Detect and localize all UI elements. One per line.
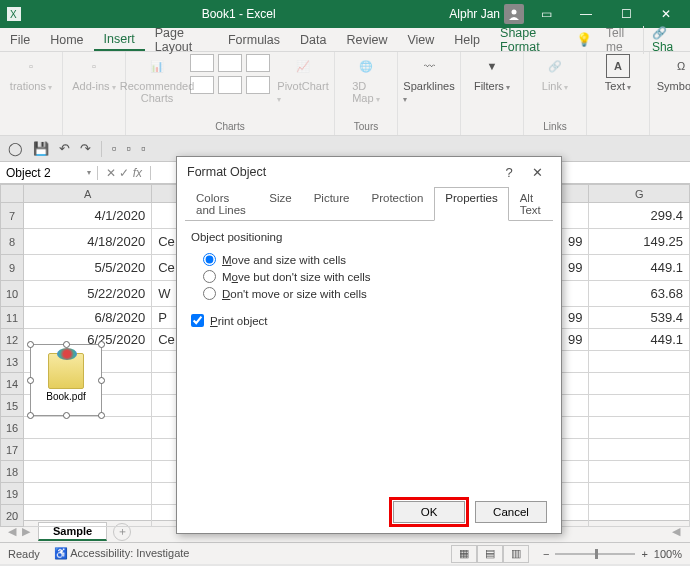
cell[interactable]: 99 — [562, 255, 589, 281]
cell[interactable] — [562, 373, 589, 395]
dialog-tab-size[interactable]: Size — [258, 187, 302, 221]
3dmap-button[interactable]: 🌐3D Map — [341, 54, 391, 104]
pivotchart-button[interactable]: 📈PivotChart — [278, 54, 328, 104]
redo-icon[interactable]: ↷ — [80, 141, 91, 156]
undo-icon[interactable]: ↶ — [59, 141, 70, 156]
cancel-button[interactable]: Cancel — [475, 501, 547, 523]
cell[interactable] — [24, 439, 152, 461]
row-header[interactable]: 19 — [1, 483, 24, 505]
dialog-tab-colors-lines[interactable]: Colors and Lines — [185, 187, 258, 221]
recommended-charts-button[interactable]: 📊Recommended Charts — [132, 54, 182, 104]
symbols-button[interactable]: ΩSymbols — [656, 54, 690, 92]
minimize-button[interactable]: — — [568, 0, 604, 28]
cell[interactable]: 299.4 — [589, 203, 690, 229]
chart-types[interactable] — [190, 54, 270, 94]
cell[interactable]: 4/1/2020 — [24, 203, 152, 229]
cell[interactable] — [562, 203, 589, 229]
zoom-slider[interactable] — [555, 553, 635, 555]
cell[interactable] — [562, 461, 589, 483]
cell[interactable]: 99 — [562, 307, 589, 329]
ribbon-display-button[interactable]: ▭ — [528, 0, 564, 28]
cell[interactable] — [24, 505, 152, 527]
tab-page-layout[interactable]: Page Layout — [145, 28, 218, 51]
illustrations-button[interactable]: ▫trations — [6, 54, 56, 92]
dialog-help-button[interactable]: ? — [495, 165, 523, 180]
tab-formulas[interactable]: Formulas — [218, 28, 290, 51]
cell[interactable] — [562, 483, 589, 505]
zoom-out-button[interactable]: − — [543, 548, 549, 560]
row-header[interactable]: 16 — [1, 417, 24, 439]
page-layout-view-button[interactable]: ▤ — [477, 545, 503, 563]
cell[interactable]: 99 — [562, 329, 589, 351]
cell[interactable] — [562, 439, 589, 461]
row-header[interactable]: 8 — [1, 229, 24, 255]
cell[interactable] — [589, 505, 690, 527]
cell[interactable] — [589, 351, 690, 373]
fx-icon[interactable]: ✕ ✓ fx — [98, 166, 151, 180]
autosave-toggle[interactable]: ◯ — [8, 141, 23, 156]
cell[interactable]: 5/5/2020 — [24, 255, 152, 281]
dialog-tab-alt-text[interactable]: Alt Text — [509, 187, 553, 221]
cell[interactable] — [589, 461, 690, 483]
row-header[interactable]: 17 — [1, 439, 24, 461]
row-header[interactable]: 18 — [1, 461, 24, 483]
cell[interactable] — [589, 417, 690, 439]
resize-handle[interactable] — [98, 341, 105, 348]
cell[interactable] — [589, 483, 690, 505]
resize-handle[interactable] — [27, 341, 34, 348]
link-button[interactable]: 🔗Link — [530, 54, 580, 92]
tab-view[interactable]: View — [397, 28, 444, 51]
cell[interactable] — [589, 439, 690, 461]
share-button[interactable]: 🔗 Sha — [643, 26, 690, 54]
row-header[interactable]: 14 — [1, 373, 24, 395]
cell[interactable] — [562, 395, 589, 417]
row-header[interactable]: 13 — [1, 351, 24, 373]
cell[interactable]: 5/22/2020 — [24, 281, 152, 307]
qat-btn[interactable]: ▫ — [112, 141, 117, 156]
row-header[interactable]: 10 — [1, 281, 24, 307]
qat-btn[interactable]: ▫ — [127, 141, 132, 156]
cell[interactable] — [24, 483, 152, 505]
ok-button[interactable]: OK — [393, 501, 465, 523]
tab-insert[interactable]: Insert — [94, 28, 145, 51]
cell[interactable]: 99 — [562, 229, 589, 255]
embedded-object[interactable]: Book.pdf — [30, 344, 102, 416]
resize-handle[interactable] — [27, 412, 34, 419]
dialog-tab-properties[interactable]: Properties — [434, 187, 508, 221]
resize-handle[interactable] — [63, 412, 70, 419]
zoom-in-button[interactable]: + — [641, 548, 647, 560]
col-header[interactable]: A — [24, 185, 152, 203]
cell[interactable] — [24, 461, 152, 483]
col-header[interactable] — [562, 185, 589, 203]
cell[interactable]: 539.4 — [589, 307, 690, 329]
row-header[interactable]: 9 — [1, 255, 24, 281]
row-header[interactable]: 12 — [1, 329, 24, 351]
user-name[interactable]: Alphr Jan — [449, 4, 524, 24]
row-header[interactable]: 20 — [1, 505, 24, 527]
cell[interactable]: 449.1 — [589, 255, 690, 281]
cell[interactable]: 4/18/2020 — [24, 229, 152, 255]
cell[interactable] — [562, 417, 589, 439]
dialog-close-button[interactable]: ✕ — [523, 165, 551, 180]
dialog-tab-protection[interactable]: Protection — [361, 187, 435, 221]
radio-move-no-size[interactable]: Move but don't size with cells — [191, 268, 547, 285]
text-button[interactable]: AText — [593, 54, 643, 92]
tell-me[interactable]: Tell me — [598, 26, 643, 54]
accessibility-status[interactable]: ♿ Accessibility: Investigate — [54, 547, 190, 560]
radio-move-and-size[interactable]: Move and size with cells — [191, 251, 547, 268]
qat-btn[interactable]: ▫ — [141, 141, 146, 156]
row-header[interactable]: 7 — [1, 203, 24, 229]
radio-dont-move[interactable]: Don't move or size with cells — [191, 285, 547, 302]
cell[interactable]: 149.25 — [589, 229, 690, 255]
row-header[interactable]: 15 — [1, 395, 24, 417]
close-button[interactable]: ✕ — [648, 0, 684, 28]
normal-view-button[interactable]: ▦ — [451, 545, 477, 563]
page-break-view-button[interactable]: ▥ — [503, 545, 529, 563]
cell[interactable] — [589, 395, 690, 417]
cell[interactable] — [562, 351, 589, 373]
addins-button[interactable]: ▫Add-ins — [69, 54, 119, 92]
cell[interactable] — [24, 417, 152, 439]
name-box[interactable]: Object 2▾ — [0, 166, 98, 180]
maximize-button[interactable]: ☐ — [608, 0, 644, 28]
tab-review[interactable]: Review — [336, 28, 397, 51]
